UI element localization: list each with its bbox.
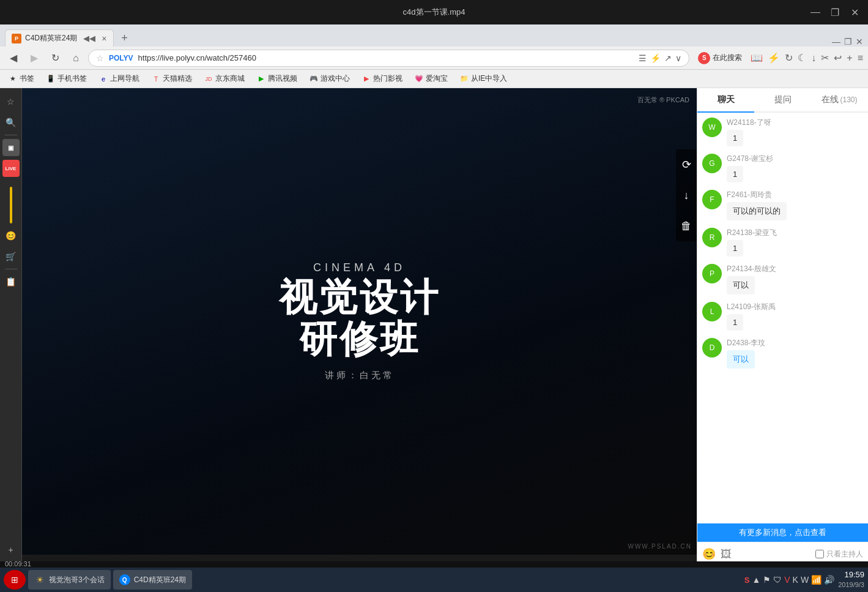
undo-icon[interactable]: ↩ [834,52,842,64]
minimize-button[interactable]: — [808,7,823,18]
sidebar-doc-icon[interactable]: 📋 [2,273,20,290]
jd-icon: JD [204,75,213,83]
tray-volume-icon[interactable]: 🔊 [824,575,834,585]
tray-s-icon[interactable]: S [744,575,750,585]
plugin-icon[interactable]: ⚡ [768,52,780,64]
watermark: 百无常 ® PKCAD [637,96,689,105]
tab-online[interactable]: 在线 (130) [811,88,868,113]
chat-input-tools: 😊 🖼 只看主持人 [702,547,863,561]
search-logo-icon: S [698,52,710,64]
download-icon[interactable]: ↓ [811,53,816,64]
taskbar-app-browser[interactable]: Q C4D精英班24期 [113,570,192,590]
emoji-icon[interactable]: 😊 [702,547,716,561]
movie-label: 热门影视 [373,73,402,84]
night-mode-icon[interactable]: ☾ [798,52,806,64]
tab-minimize[interactable]: — [832,37,840,47]
system-clock[interactable]: 19:59 2019/9/3 [838,570,864,589]
tab-chat[interactable]: 聊天 [697,88,754,113]
image-icon[interactable]: 🖼 [721,548,732,561]
refresh-button[interactable]: ↻ [46,50,64,67]
bookmark-item[interactable]: ★ 书签 [5,72,38,85]
forward-button[interactable]: ▶ [26,50,43,67]
active-tab[interactable]: P C4D精英班24期 ◀◀ × [5,29,114,47]
chat-messages[interactable]: W W24118-了呀 1 G G2478-谢宝杉 1 F [697,113,868,523]
tray-k-icon[interactable]: K [793,575,798,585]
sync-icon[interactable]: ↻ [785,52,793,64]
bookmark-nav[interactable]: e 上网导航 [95,72,143,85]
back-button[interactable]: ◀ [5,50,22,67]
new-tab-button[interactable]: + [116,29,133,47]
bookmark-game[interactable]: 🎮 游戏中心 [306,72,354,85]
bookmark-ie-import[interactable]: 📁 从IE中导入 [456,72,511,85]
video-big-title: 视觉设计 研修班 [279,277,440,360]
close-button[interactable]: ✕ [847,7,862,18]
chat-message-4: P P24134-殷雄文 可以 [702,264,863,294]
scissors-icon[interactable]: ✂ [821,52,829,64]
chat-bubble-1: 1 [727,166,743,182]
tray-signal-icon[interactable]: 📶 [811,575,822,585]
cinema-title: CINEMA 4D [313,261,406,274]
sidebar-cart-icon[interactable]: 🛒 [2,248,20,265]
tab-nav-back[interactable]: ◀◀ [81,34,98,43]
tab-restore[interactable]: ❐ [844,37,852,47]
zoom-in-icon[interactable]: + [847,53,852,64]
menu-icon[interactable]: ≡ [858,53,863,64]
sidebar-search-icon[interactable]: 🔍 [2,114,20,131]
bookmark-star-icon[interactable]: ☆ [96,53,104,63]
sidebar-screen-icon[interactable]: ▣ [2,139,20,156]
chat-message-2: F F2461-周玲贵 可以的可以的 [702,190,863,220]
titlebar: c4d第一节课.mp4 — ❐ ✕ [0,0,868,24]
sidebar-star-icon[interactable]: ☆ [2,93,20,110]
tmall-label: 天猫精选 [163,73,192,84]
search-placeholder[interactable]: 在此搜索 [713,53,742,63]
qr-icon[interactable]: ☰ [639,53,647,63]
start-button[interactable]: ⊞ [4,570,26,590]
download-button[interactable]: ↓ [676,180,697,211]
restore-button[interactable]: ❐ [828,7,842,18]
only-host-checkbox[interactable] [815,550,824,558]
chat-msg-content-6: D2438-李玟 可以 [727,338,863,369]
chat-message-1: G G2478-谢宝杉 1 [702,154,863,182]
only-host-toggle[interactable]: 只看主持人 [815,549,863,560]
chat-panel: 聊天 提问 在线 (130) W W24118-了呀 1 [697,88,868,585]
bottom-media-bar: 00:09:31 [0,561,868,568]
bookmark-tencent[interactable]: ▶ 腾讯视频 [253,72,301,85]
tray-w-icon[interactable]: W [801,575,809,585]
address-action-icons: ☰ ⚡ ↗ ∨ [639,53,681,63]
new-msg-bar[interactable]: 有更多新消息，点击查看 [697,523,868,542]
nav-label: 上网导航 [110,73,139,84]
tray-up-icon[interactable]: ▲ [752,575,760,585]
bookmark-movie[interactable]: ▶ 热门影视 [358,72,406,85]
expand-icon[interactable]: ∨ [675,53,681,63]
tab-close[interactable]: ✕ [856,37,863,47]
game-label: 游戏中心 [321,73,350,84]
sidebar-live-icon[interactable]: LIVE [2,160,20,177]
chat-app-icon: ☀ [34,574,45,585]
tab-ask[interactable]: 提问 [754,88,811,113]
tray-flag-icon[interactable]: ⚑ [763,575,771,585]
tab-close-button[interactable]: × [102,34,106,43]
bookmarks-bar: ★ 书签 📱 手机书签 e 上网导航 T 天猫精选 JD 京东商城 ▶ 腾讯视频… [0,70,868,88]
chat-bubble-5: 1 [727,314,743,331]
tray-shield-icon[interactable]: 🛡 [773,575,782,585]
chat-bubble-0: 1 [727,130,743,146]
chat-username-6: D2438-李玟 [727,338,863,348]
reader-icon[interactable]: 📖 [751,52,763,64]
home-button[interactable]: ⌂ [67,50,84,67]
delete-button[interactable]: 🗑 [676,211,697,241]
sidebar-add-icon[interactable]: + [2,541,20,558]
lightning-icon[interactable]: ⚡ [650,53,661,63]
share-icon[interactable]: ↗ [664,53,672,63]
bookmark-tmall[interactable]: T 天猫精选 [148,72,196,85]
sidebar-chat-icon[interactable]: 😊 [2,227,20,244]
share-button[interactable]: ⟳ [676,149,697,180]
taskbar-app-chat[interactable]: ☀ 视觉泡哥3个会话 [28,570,111,590]
bookmark-jd[interactable]: JD 京东商城 [201,72,248,85]
bookmark-taobao[interactable]: 💗 爱淘宝 [411,72,451,85]
tray-v-icon[interactable]: V [784,575,790,585]
taobao-label: 爱淘宝 [426,73,448,84]
window-title: c4d第一节课.mp4 [403,7,466,18]
url-bar[interactable]: ☆ POLYV https://live.polyv.cn/watch/2574… [88,50,689,67]
bookmark-mobile[interactable]: 📱 手机书签 [43,72,91,85]
tmall-icon: T [152,75,160,83]
